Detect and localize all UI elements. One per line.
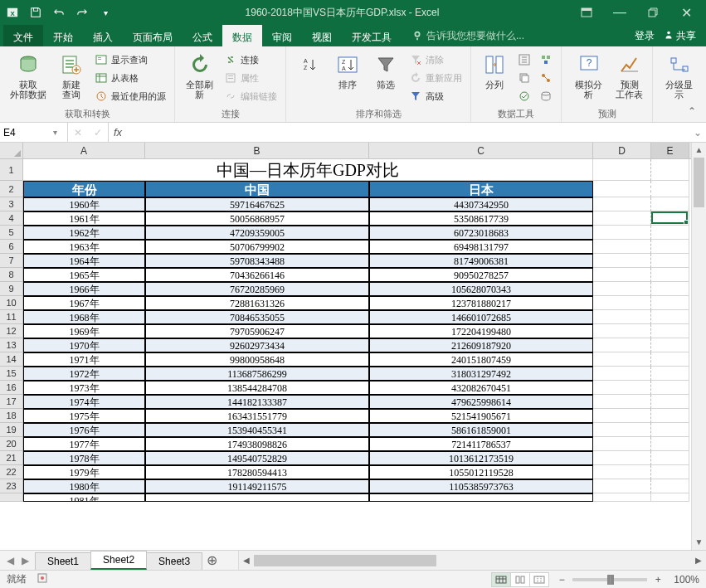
show-queries-button[interactable]: 显示查询 bbox=[91, 51, 169, 68]
cell[interactable] bbox=[651, 493, 689, 502]
what-if-button[interactable]: ? 模拟分析 bbox=[567, 50, 610, 106]
cell[interactable] bbox=[593, 254, 651, 268]
vertical-scrollbar[interactable]: ▲ ▼ bbox=[691, 143, 706, 550]
cell-china[interactable]: 144182133387 bbox=[145, 395, 369, 409]
cell[interactable] bbox=[651, 409, 689, 423]
cell[interactable] bbox=[651, 254, 689, 268]
cell-year[interactable]: 1969年 bbox=[23, 324, 145, 338]
fx-icon[interactable]: fx bbox=[109, 123, 127, 142]
cell-china[interactable]: 149540752829 bbox=[145, 451, 369, 465]
cell-japan[interactable]: 1105385973763 bbox=[369, 479, 593, 493]
cell-japan[interactable]: 90950278257 bbox=[369, 268, 593, 282]
from-table-button[interactable]: 从表格 bbox=[91, 70, 169, 86]
scroll-down-icon[interactable]: ▼ bbox=[692, 535, 706, 550]
cell-year[interactable]: 1971年 bbox=[23, 352, 145, 367]
save-icon[interactable] bbox=[27, 3, 45, 22]
cell-year[interactable]: 1960年 bbox=[23, 197, 145, 211]
cell-japan[interactable]: 721411786537 bbox=[369, 437, 593, 451]
hscroll-thumb[interactable] bbox=[254, 555, 436, 566]
cell-china[interactable]: 163431551779 bbox=[145, 409, 369, 423]
cell[interactable] bbox=[651, 211, 689, 226]
cell-china[interactable]: 72881631326 bbox=[145, 296, 369, 310]
tab-insert[interactable]: 插入 bbox=[83, 25, 123, 46]
cell[interactable] bbox=[651, 465, 689, 479]
cell-year[interactable]: 1970年 bbox=[23, 338, 145, 352]
cell-japan[interactable]: 172204199480 bbox=[369, 324, 593, 338]
cell-year[interactable]: 1980年 bbox=[23, 479, 145, 493]
cell-china[interactable]: 59716467625 bbox=[145, 197, 369, 211]
tab-page-layout[interactable]: 页面布局 bbox=[123, 25, 183, 46]
cell-japan[interactable]: 1013612173519 bbox=[369, 451, 593, 465]
cell-china[interactable]: 92602973434 bbox=[145, 338, 369, 352]
cell[interactable] bbox=[593, 310, 651, 324]
zoom-track[interactable] bbox=[572, 578, 647, 581]
cell[interactable] bbox=[651, 352, 689, 367]
undo-icon[interactable] bbox=[50, 3, 68, 22]
qat-customize-icon[interactable]: ▾ bbox=[96, 3, 114, 22]
cell[interactable] bbox=[593, 479, 651, 493]
header-japan[interactable]: 日本 bbox=[369, 181, 593, 197]
zoom-thumb[interactable] bbox=[607, 575, 614, 585]
formula-input[interactable] bbox=[127, 123, 689, 142]
cell[interactable] bbox=[593, 493, 651, 502]
row-header[interactable]: 7 bbox=[0, 254, 23, 268]
cell[interactable] bbox=[651, 437, 689, 451]
filter-button[interactable]: 筛选 bbox=[368, 50, 404, 106]
cell-japan[interactable]: 1055012119528 bbox=[369, 465, 593, 479]
horizontal-scrollbar[interactable]: ◀ ▶ bbox=[238, 551, 706, 570]
advanced-filter-button[interactable]: 高级 bbox=[406, 88, 465, 104]
header-china[interactable]: 中国 bbox=[145, 181, 369, 197]
excel-icon[interactable]: X bbox=[3, 3, 22, 22]
cell-china[interactable]: 76720285969 bbox=[145, 282, 369, 296]
col-header-A[interactable]: A bbox=[23, 143, 145, 158]
expand-formula-bar-icon[interactable]: ⌄ bbox=[689, 123, 706, 142]
cell[interactable] bbox=[651, 268, 689, 282]
scroll-left-icon[interactable]: ◀ bbox=[239, 556, 254, 565]
tab-home[interactable]: 开始 bbox=[43, 25, 83, 46]
vscroll-thumb[interactable] bbox=[694, 158, 704, 207]
tab-view[interactable]: 视图 bbox=[302, 25, 342, 46]
cell-japan[interactable]: 81749006381 bbox=[369, 254, 593, 268]
cell-china[interactable]: 113687586299 bbox=[145, 367, 369, 381]
cell[interactable] bbox=[593, 423, 651, 437]
row-header[interactable]: 14 bbox=[0, 352, 23, 367]
sheet-tab-2[interactable]: Sheet2 bbox=[90, 551, 147, 570]
properties-button[interactable]: 属性 bbox=[221, 70, 280, 86]
row-header[interactable] bbox=[0, 493, 23, 502]
flash-fill-button[interactable] bbox=[514, 51, 534, 68]
cell-japan[interactable]: 212609187920 bbox=[369, 338, 593, 352]
cell[interactable] bbox=[593, 159, 651, 181]
cell[interactable] bbox=[593, 240, 651, 254]
ribbon-options-icon[interactable] bbox=[570, 0, 603, 25]
hscroll-track[interactable] bbox=[254, 555, 691, 566]
add-sheet-icon[interactable]: ⊕ bbox=[202, 551, 222, 570]
cell[interactable] bbox=[651, 296, 689, 310]
row-header[interactable]: 6 bbox=[0, 240, 23, 254]
redo-icon[interactable] bbox=[73, 3, 91, 22]
cell[interactable] bbox=[593, 181, 651, 197]
cell-china[interactable]: 174938098826 bbox=[145, 437, 369, 451]
share-button[interactable]: 共享 bbox=[663, 29, 696, 43]
cell-japan[interactable]: 105628070343 bbox=[369, 282, 593, 296]
row-header[interactable]: 12 bbox=[0, 324, 23, 338]
col-header-E[interactable]: E bbox=[651, 143, 689, 158]
cell[interactable] bbox=[593, 324, 651, 338]
edit-links-button[interactable]: 编辑链接 bbox=[221, 88, 280, 104]
refresh-all-button[interactable]: 全部刷新 bbox=[180, 50, 219, 106]
name-box-dropdown-icon[interactable]: ▾ bbox=[53, 128, 57, 137]
cell-china[interactable]: 138544284708 bbox=[145, 381, 369, 395]
row-header[interactable]: 20 bbox=[0, 437, 23, 451]
scroll-up-icon[interactable]: ▲ bbox=[692, 143, 706, 158]
col-header-C[interactable]: C bbox=[369, 143, 593, 158]
cell-year[interactable]: 1976年 bbox=[23, 423, 145, 437]
cell[interactable] bbox=[593, 282, 651, 296]
cell-china[interactable]: 47209359005 bbox=[145, 226, 369, 240]
reapply-button[interactable]: 重新应用 bbox=[406, 70, 465, 86]
cell[interactable] bbox=[651, 226, 689, 240]
cell-japan[interactable]: 44307342950 bbox=[369, 197, 593, 211]
clear-filter-button[interactable]: 清除 bbox=[406, 51, 465, 68]
tab-data[interactable]: 数据 bbox=[222, 25, 262, 46]
row-header[interactable]: 11 bbox=[0, 310, 23, 324]
cell[interactable] bbox=[651, 338, 689, 352]
cell[interactable] bbox=[651, 423, 689, 437]
